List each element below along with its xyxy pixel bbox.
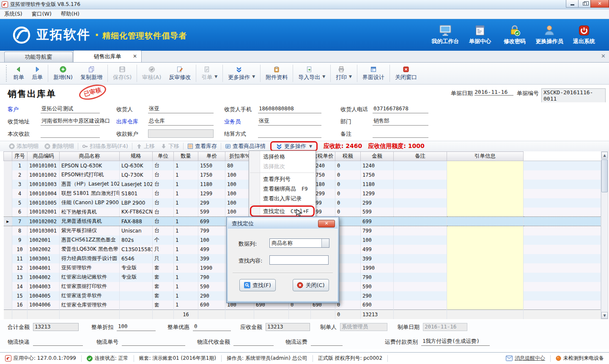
account-set-status[interactable]: 账套: 演示账套01 (2016年第1期) bbox=[134, 355, 222, 362]
cell-qty[interactable]: 1 bbox=[174, 217, 198, 226]
cell-seq[interactable]: 13 bbox=[12, 273, 27, 282]
cell-code[interactable]: 100101001 bbox=[27, 161, 60, 170]
dialog-title-bar[interactable]: 查找定位 ✕ bbox=[228, 218, 337, 229]
cell-amount[interactable]: 100 bbox=[361, 235, 394, 245]
salesman-field-value[interactable]: 张亚 bbox=[258, 118, 321, 126]
cell-unit[interactable]: 台 bbox=[153, 226, 174, 235]
next-doc-button[interactable]: 后单 bbox=[28, 63, 47, 84]
cell-ref-info[interactable] bbox=[447, 198, 524, 208]
cell-qty[interactable]: 1 bbox=[174, 301, 198, 310]
cell-code[interactable]: 1004005 bbox=[27, 291, 60, 301]
cell-price[interactable]: 790 bbox=[198, 273, 225, 282]
cell-ref-info[interactable] bbox=[447, 217, 524, 226]
remark-field-value[interactable] bbox=[373, 130, 428, 138]
view-stock-button[interactable]: 查看库存 bbox=[184, 142, 220, 150]
cell-tax[interactable]: 0 bbox=[335, 208, 361, 217]
find-locate-item[interactable]: 查找定位Ctrl+F bbox=[249, 206, 315, 216]
cell-spec[interactable]: LQ-730K bbox=[120, 170, 153, 180]
cell-ref-info[interactable] bbox=[447, 245, 524, 254]
cell-code[interactable]: 100101002 bbox=[27, 170, 60, 180]
data-column-select[interactable]: 商品名称 bbox=[269, 238, 329, 248]
cell-remark[interactable] bbox=[394, 282, 447, 291]
tab-close-icon[interactable]: ✕ bbox=[133, 53, 137, 59]
cell-price[interactable]: 499 bbox=[198, 245, 225, 254]
cell-remark[interactable] bbox=[394, 189, 447, 198]
cell-name[interactable]: 紫光平板扫描仪 bbox=[60, 226, 120, 235]
total-amount-field-value[interactable]: 13213 bbox=[33, 323, 79, 331]
cell-qty[interactable]: 1 bbox=[174, 180, 198, 189]
col-header-qty[interactable]: 数量 bbox=[174, 152, 198, 161]
cell-name[interactable]: 松下热敏传真机 bbox=[60, 208, 120, 217]
cell-name[interactable]: EPSON LQ-630K bbox=[60, 161, 120, 170]
cell-remark[interactable] bbox=[394, 245, 447, 254]
cell-code[interactable]: 1004006 bbox=[27, 301, 60, 310]
logistics-no-field-value[interactable] bbox=[122, 338, 185, 346]
row-selector[interactable] bbox=[4, 208, 12, 217]
cell-code[interactable]: 100103001 bbox=[27, 226, 60, 235]
cell-remark[interactable] bbox=[394, 208, 447, 217]
view-product-detail-button[interactable]: 查看商品详情 bbox=[222, 142, 269, 150]
more-ops-detail-button[interactable]: 更多操作▼ bbox=[273, 142, 315, 150]
cell-name[interactable]: 兄弟普通纸传真机 bbox=[60, 217, 120, 226]
operator-status[interactable]: 操作员: 系统管理员(admin) 总公司 bbox=[222, 355, 313, 362]
order-reduce-field-value[interactable]: 0 bbox=[193, 323, 231, 331]
row-selector[interactable] bbox=[4, 291, 12, 301]
cell-spec[interactable]: Uniscan bbox=[120, 226, 153, 235]
cell-name[interactable]: 红管家送货单软件 bbox=[60, 291, 120, 301]
logistics-fee-field-value[interactable] bbox=[311, 338, 343, 346]
col-header-price[interactable]: 单价 bbox=[198, 152, 225, 161]
cell-qty[interactable]: 1 bbox=[174, 245, 198, 254]
col-header-tax[interactable]: 税额 bbox=[335, 152, 361, 161]
col-header-ref-info[interactable]: 引单信息 bbox=[447, 152, 524, 161]
cell-remark[interactable] bbox=[394, 273, 447, 282]
cell-remark[interactable] bbox=[394, 254, 447, 263]
import-export-button[interactable]: 导入导出▼ bbox=[294, 63, 329, 84]
col-header-amount[interactable]: 金额 bbox=[361, 152, 394, 161]
cell-unit[interactable]: 台 bbox=[153, 217, 174, 226]
cell-seq[interactable]: 2 bbox=[12, 170, 27, 180]
cell-tax[interactable]: 0 bbox=[335, 189, 361, 198]
cell-seq[interactable]: 4 bbox=[12, 189, 27, 198]
cell-ref-info[interactable] bbox=[447, 235, 524, 245]
cell-name[interactable]: 联想 S1801 黑白激光打印 bbox=[60, 189, 120, 198]
cell-price[interactable]: 690 bbox=[198, 301, 225, 310]
cell-spec[interactable]: LQ-630K bbox=[120, 161, 153, 170]
cell-price[interactable]: 299 bbox=[198, 198, 225, 208]
row-selector[interactable] bbox=[4, 254, 12, 263]
cell-price[interactable]: 1550 bbox=[198, 161, 225, 170]
cell-amount[interactable]: 590 bbox=[361, 282, 394, 291]
cell-ref-info[interactable] bbox=[447, 161, 524, 170]
cell-code[interactable]: 1004001 bbox=[27, 263, 60, 273]
menu-help[interactable]: 帮助(H) bbox=[61, 11, 80, 18]
view-serial-item[interactable]: 查看序列号 bbox=[249, 174, 315, 184]
find-button[interactable]: 查找(F) bbox=[239, 279, 276, 291]
cell-spec[interactable] bbox=[120, 291, 153, 301]
view-io-records-item[interactable]: 查看出入库记录 bbox=[249, 194, 315, 203]
scroll-up-icon[interactable]: ▲ bbox=[601, 152, 608, 159]
cell-code[interactable]: 100101003 bbox=[27, 180, 60, 189]
cell-amount[interactable]: 599 bbox=[361, 208, 394, 217]
copy-add-button[interactable]: 复制新增 bbox=[77, 63, 106, 84]
cell-spec[interactable]: S1801 bbox=[120, 189, 153, 198]
cell-ref-info[interactable] bbox=[447, 282, 524, 291]
row-selector[interactable] bbox=[4, 198, 12, 208]
cell-qty[interactable]: 1 bbox=[174, 226, 198, 235]
scrollbar-thumb[interactable] bbox=[601, 159, 608, 192]
cell-name[interactable]: 亚拓管理软件 bbox=[60, 263, 120, 273]
cell-price[interactable]: 100 bbox=[198, 235, 225, 245]
select-price-item[interactable]: 选择价格 bbox=[249, 152, 315, 161]
cell-remark[interactable] bbox=[394, 198, 447, 208]
cell-price[interactable]: 799 bbox=[198, 226, 225, 235]
cell-remark[interactable] bbox=[394, 263, 447, 273]
cell-amount[interactable]: 299 bbox=[361, 198, 394, 208]
cell-spec[interactable] bbox=[120, 282, 153, 291]
close-button[interactable]: ✕ bbox=[590, 0, 609, 8]
cell-code[interactable]: 100101005 bbox=[27, 198, 60, 208]
cell-tax[interactable]: 0 bbox=[335, 170, 361, 180]
cell-seq[interactable]: 10 bbox=[12, 245, 27, 254]
cell-qty[interactable]: 1 bbox=[174, 170, 198, 180]
restore-button[interactable] bbox=[578, 0, 591, 8]
cell-remark[interactable] bbox=[394, 161, 447, 170]
cell-amount[interactable]: 290 bbox=[361, 291, 394, 301]
cell-seq[interactable]: 8 bbox=[12, 226, 27, 235]
